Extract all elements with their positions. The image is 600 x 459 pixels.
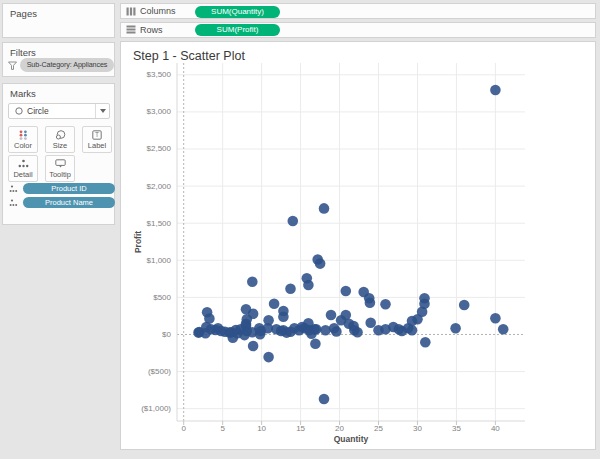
scatter-point[interactable] <box>315 258 326 269</box>
scatter-point[interactable] <box>380 299 391 310</box>
x-axis-title[interactable]: Quantity <box>177 434 525 444</box>
scatter-point[interactable] <box>459 300 470 311</box>
scatter-point[interactable] <box>365 317 376 328</box>
scatter-point[interactable] <box>326 310 337 321</box>
scatter-point[interactable] <box>285 283 296 294</box>
y-tick-label: ($1,000) <box>121 404 171 413</box>
scatter-point[interactable] <box>419 298 430 309</box>
scatter-point[interactable] <box>319 394 330 405</box>
x-tick-label: 20 <box>328 424 352 433</box>
label-button[interactable]: T Label <box>82 126 112 153</box>
scatter-point[interactable] <box>263 315 274 326</box>
y-tick-label: $500 <box>121 293 171 302</box>
svg-text:T: T <box>95 131 99 138</box>
scatter-point[interactable] <box>331 326 342 337</box>
x-tick-label: 10 <box>250 424 274 433</box>
x-axis-ticks[interactable]: 0510152025303540 <box>177 424 525 434</box>
columns-shelf-label: Columns <box>140 6 176 16</box>
scatter-point[interactable] <box>420 337 431 348</box>
scatter-point[interactable] <box>247 276 258 287</box>
rows-icon <box>126 25 136 34</box>
scatter-point[interactable] <box>311 324 322 335</box>
scatter-point[interactable] <box>352 327 363 338</box>
scatter-point[interactable] <box>303 280 314 291</box>
pages-title: Pages <box>10 8 37 19</box>
scatter-point[interactable] <box>248 308 259 319</box>
y-tick-label: $3,000 <box>121 107 171 116</box>
scatter-point[interactable] <box>490 313 501 324</box>
scatter-point[interactable] <box>288 216 299 227</box>
sheet-title: Step 1 - Scatter Plot <box>133 49 245 63</box>
detail-button-label: Detail <box>13 170 32 179</box>
chevron-down-icon[interactable] <box>95 104 109 118</box>
x-tick-label: 25 <box>367 424 391 433</box>
marks-title: Marks <box>10 88 36 99</box>
y-tick-label: ($500) <box>121 367 171 376</box>
size-button-label: Size <box>53 141 68 150</box>
worksheet-view: Step 1 - Scatter Plot Profit $3,500$3,00… <box>120 41 596 451</box>
rows-shelf[interactable]: Rows SUM(Profit) <box>120 22 596 38</box>
x-tick-label: 40 <box>483 424 507 433</box>
y-tick-label: $1,000 <box>121 256 171 265</box>
y-tick-label: $3,500 <box>121 70 171 79</box>
scatter-point[interactable] <box>278 311 289 322</box>
scatter-point[interactable] <box>319 203 330 214</box>
tooltip-button[interactable]: Tooltip <box>45 155 75 182</box>
tooltip-button-label: Tooltip <box>49 170 71 179</box>
color-button-label: Color <box>14 141 32 150</box>
scatter-point[interactable] <box>341 286 352 297</box>
x-tick-label: 0 <box>172 424 196 433</box>
x-tick-label: 5 <box>211 424 235 433</box>
columns-shelf[interactable]: Columns SUM(Quantity) <box>120 3 596 19</box>
tooltip-icon <box>55 159 66 169</box>
pill-sum-profit[interactable]: SUM(Profit) <box>195 24 280 36</box>
scatter-point[interactable] <box>365 297 376 308</box>
scatter-point[interactable] <box>263 352 274 363</box>
x-tick-label: 30 <box>405 424 429 433</box>
detail-shelf-icon <box>9 183 20 194</box>
pill-sum-quantity[interactable]: SUM(Quantity) <box>195 6 280 18</box>
scatter-point[interactable] <box>310 338 321 349</box>
scatter-point[interactable] <box>490 85 501 96</box>
pages-card: Pages <box>2 3 115 38</box>
scatter-point[interactable] <box>450 323 461 334</box>
mark-type-value: Circle <box>27 106 49 116</box>
scatter-point[interactable] <box>248 341 259 352</box>
rows-shelf-label: Rows <box>140 25 163 35</box>
color-button[interactable]: Color <box>8 126 38 153</box>
x-tick-label: 15 <box>289 424 313 433</box>
label-button-label: Label <box>88 141 106 150</box>
scatter-point[interactable] <box>407 325 418 336</box>
filters-card: Filters Sub-Category: Appliances <box>2 42 115 77</box>
filter-pill-subcategory[interactable]: Sub-Category: Appliances <box>20 58 114 72</box>
label-icon: T <box>92 130 102 140</box>
color-icon <box>18 130 28 140</box>
columns-icon <box>126 7 136 16</box>
pill-product-id[interactable]: Product ID <box>23 183 115 194</box>
y-tick-label: $2,000 <box>121 182 171 191</box>
y-tick-label: $0 <box>121 330 171 339</box>
size-icon <box>55 130 66 140</box>
detail-shelf-icon <box>9 197 20 208</box>
y-tick-label: $2,500 <box>121 144 171 153</box>
scatter-point[interactable] <box>498 324 509 335</box>
scatter-point[interactable] <box>204 313 215 324</box>
pill-product-name[interactable]: Product Name <box>23 197 115 208</box>
filters-title: Filters <box>10 47 36 58</box>
mark-type-dropdown[interactable]: Circle <box>8 103 110 119</box>
scatter-point[interactable] <box>269 298 280 309</box>
size-button[interactable]: Size <box>45 126 75 153</box>
detail-button[interactable]: Detail <box>8 155 38 182</box>
scatter-plot-area[interactable] <box>177 63 525 421</box>
y-axis-ticks[interactable]: $3,500$3,000$2,500$2,000$1,500$1,000$500… <box>121 63 171 421</box>
scatter-plot-svg[interactable] <box>177 63 525 421</box>
detail-icon <box>18 159 29 169</box>
marks-card: Marks Circle Color Size T Label <box>2 83 115 225</box>
y-tick-label: $1,500 <box>121 219 171 228</box>
x-tick-label: 35 <box>444 424 468 433</box>
circle-mark-icon <box>15 107 23 115</box>
funnel-icon <box>8 61 17 70</box>
